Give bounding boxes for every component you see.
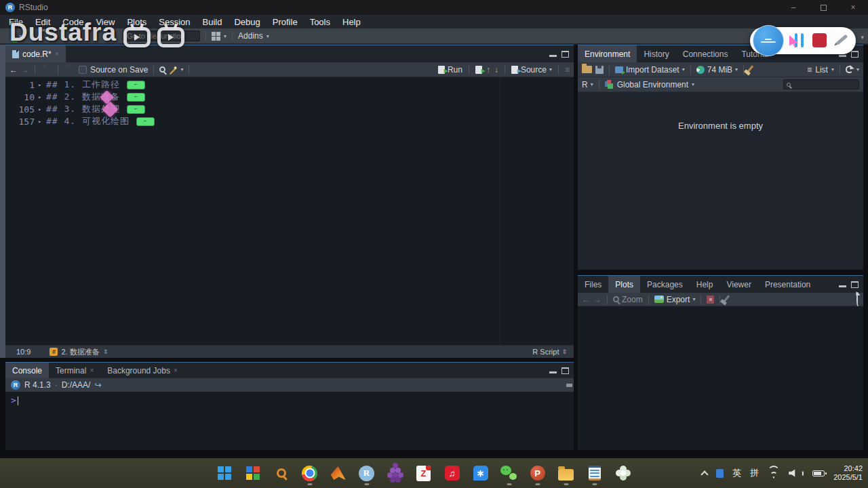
tab-files[interactable]: Files — [578, 276, 608, 293]
pane-minimize-icon[interactable] — [839, 285, 846, 287]
close-icon[interactable]: × — [174, 367, 178, 374]
tab-environment[interactable]: Environment — [578, 45, 637, 62]
recorder-timer-button[interactable] — [753, 25, 784, 56]
ime-latin-indicator[interactable]: 英 — [732, 467, 741, 479]
search-button[interactable] — [273, 463, 290, 483]
fold-arrow-icon[interactable]: ▸ — [38, 118, 46, 125]
tab-help[interactable]: Help — [690, 276, 720, 293]
next-plot-icon[interactable]: → — [593, 295, 601, 304]
ime-pinyin-indicator[interactable]: 拼 — [750, 467, 759, 479]
source-on-save-checkbox[interactable] — [79, 66, 87, 74]
file-type-selector[interactable]: R Script ⇕ — [532, 348, 567, 356]
run-next-icon[interactable]: ↓ — [494, 65, 498, 75]
r-language-icon[interactable]: R — [358, 463, 375, 483]
remove-plot-icon[interactable]: × — [707, 296, 714, 304]
refresh-icon[interactable] — [856, 292, 859, 306]
new-file-caret-icon[interactable]: ▾ — [19, 33, 22, 39]
menu-file[interactable]: File — [3, 15, 29, 28]
tab-packages[interactable]: Packages — [640, 276, 690, 293]
fold-arrow-icon[interactable]: ▸ — [38, 94, 46, 100]
code-line[interactable]: 105 ▸ ## 3. 数据处理 ← — [5, 103, 574, 115]
find-replace-icon[interactable] — [159, 66, 165, 73]
speaker-icon[interactable] — [789, 469, 798, 477]
powerpoint-icon[interactable]: P — [529, 463, 546, 483]
maximize-button[interactable] — [808, 0, 838, 15]
popout-window-icon[interactable] — [41, 64, 52, 75]
previous-plot-icon[interactable]: ← — [582, 295, 590, 304]
pane-minimize-icon[interactable] — [549, 371, 557, 373]
code-line[interactable]: 1 ▸ ## 1. 工作路径 ← — [5, 79, 574, 91]
wechat-icon[interactable] — [500, 463, 517, 483]
import-dataset-button[interactable]: Import Dataset ▾ — [615, 65, 685, 75]
document-outline-icon[interactable]: ≡ — [565, 65, 570, 75]
r-version-label[interactable]: R 4.1.3 — [24, 380, 51, 390]
addins-button[interactable]: Addins — [238, 31, 263, 41]
menu-code[interactable]: Code — [56, 15, 90, 28]
asterisk-chat-icon[interactable]: ∗ — [472, 463, 489, 483]
menu-help[interactable]: Help — [336, 15, 367, 28]
chrome-icon[interactable] — [301, 463, 318, 483]
code-line[interactable]: 10 ▸ ## 2. 数据准备 ← — [5, 91, 574, 103]
tab-background-jobs[interactable]: Background Jobs × — [100, 363, 184, 378]
netease-music-icon[interactable]: ♫ — [443, 463, 460, 483]
z-notes-icon[interactable]: Z — [415, 463, 432, 483]
clear-environment-icon[interactable] — [747, 65, 753, 72]
export-plot-button[interactable]: Export ▾ — [654, 295, 696, 304]
section-navigator[interactable]: # 2. 数据准备 ⇕ — [50, 347, 108, 357]
compile-report-icon[interactable] — [195, 64, 206, 75]
tab-code-r[interactable]: code.R* × — [5, 45, 66, 62]
panes-caret-icon[interactable]: ▾ — [224, 33, 226, 39]
menu-tools[interactable]: Tools — [304, 15, 336, 28]
goto-file-input[interactable] — [123, 30, 200, 41]
tab-history[interactable]: History — [637, 45, 675, 62]
minimize-button[interactable]: – — [778, 0, 808, 15]
stop-button[interactable] — [812, 33, 827, 47]
panes-layout-icon[interactable] — [212, 32, 220, 41]
tab-presentation[interactable]: Presentation — [758, 276, 817, 293]
close-icon[interactable]: × — [55, 50, 59, 58]
tab-connections[interactable]: Connections — [676, 45, 735, 62]
close-button[interactable]: × — [838, 0, 868, 15]
run-button[interactable]: ▶ Run — [438, 65, 462, 75]
forward-icon[interactable]: → — [21, 65, 29, 75]
run-previous-icon[interactable]: ↑ — [486, 65, 490, 75]
environment-search[interactable] — [783, 79, 859, 89]
clock[interactable]: 20:42 2025/5/1 — [833, 464, 863, 482]
annotate-pencil-button[interactable] — [836, 34, 848, 45]
file-explorer-icon[interactable] — [557, 463, 574, 483]
wifi-icon[interactable] — [768, 468, 780, 478]
menu-profile[interactable]: Profile — [267, 15, 304, 28]
list-view-button[interactable]: List — [815, 65, 828, 75]
new-file-button[interactable]: + — [4, 31, 16, 41]
environment-selector[interactable]: Global Environment ▾ — [605, 80, 694, 89]
pane-minimize-icon[interactable] — [549, 55, 557, 57]
tray-overflow-icon[interactable] — [701, 470, 709, 478]
code-tools-caret-icon[interactable]: ▾ — [180, 66, 183, 73]
fold-arrow-icon[interactable]: ▸ — [38, 81, 46, 88]
folded-section-badge[interactable]: ← — [136, 117, 155, 126]
battery-icon[interactable] — [812, 470, 825, 476]
environment-search-input[interactable] — [793, 81, 856, 88]
load-workspace-icon[interactable] — [582, 66, 592, 73]
working-directory[interactable]: D:/AAA/ — [62, 380, 91, 390]
addins-caret-icon[interactable]: ▾ — [267, 33, 269, 39]
pane-maximize-icon[interactable] — [561, 51, 569, 58]
rerun-button[interactable]: ▶ — [475, 66, 482, 74]
matlab-icon[interactable] — [330, 463, 347, 483]
menu-build[interactable]: Build — [197, 15, 229, 28]
tab-viewer[interactable]: Viewer — [719, 276, 757, 293]
save-file-icon[interactable] — [64, 64, 75, 75]
new-project-button[interactable] — [25, 31, 37, 41]
menu-edit[interactable]: Edit — [29, 15, 56, 28]
save-button[interactable] — [55, 31, 66, 41]
pinned-apps-icon[interactable] — [244, 463, 261, 483]
open-file-button[interactable] — [40, 31, 52, 41]
menu-session[interactable]: Session — [153, 15, 196, 28]
tray-app-icon[interactable] — [716, 469, 724, 478]
code-line[interactable]: 157 ▸ ## 4. 可视化绘图 ← — [5, 115, 574, 127]
windows-start-button[interactable] — [216, 463, 233, 483]
pane-maximize-icon[interactable] — [851, 51, 859, 58]
folded-section-badge[interactable]: ← — [127, 93, 145, 102]
pause-button[interactable] — [795, 33, 804, 47]
pinwheel-app-icon[interactable] — [614, 463, 631, 483]
